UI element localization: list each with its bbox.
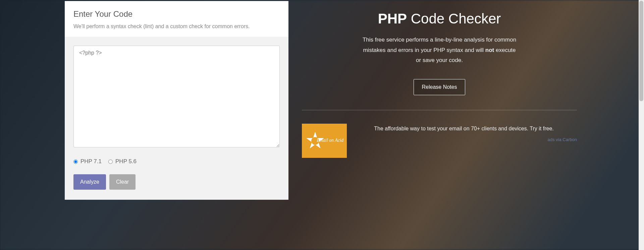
card-body: PHP 7.1 PHP 5.6 Analyze Clear [65, 37, 288, 200]
radio-php56-label: PHP 5.6 [115, 158, 137, 165]
ad-copy: The affordable way to test your email on… [351, 124, 577, 134]
scrollbar-thumb[interactable] [639, 1, 643, 101]
clear-button[interactable]: Clear [109, 174, 136, 190]
page-title: PHP Code Checker [302, 11, 577, 27]
scrollbar[interactable] [639, 0, 644, 250]
ad-copy-wrap: The affordable way to test your email on… [351, 124, 577, 142]
divider [302, 110, 577, 110]
desc-bold: not [485, 47, 494, 53]
card-subheading: We'll perform a syntax check (lint) and … [73, 23, 280, 29]
button-row: Analyze Clear [73, 174, 280, 190]
ad-brand: Email on Acid [317, 138, 343, 143]
radio-php56-input[interactable] [108, 160, 113, 164]
radio-php71[interactable]: PHP 7.1 [73, 158, 102, 165]
ad-image: Email on Acid [302, 124, 347, 158]
radio-php71-label: PHP 7.1 [80, 158, 102, 165]
card-header: Enter Your Code We'll perform a syntax c… [65, 1, 288, 37]
analyze-button[interactable]: Analyze [73, 174, 106, 190]
page-title-rest: Code Checker [407, 11, 501, 26]
ad-credit[interactable]: ads via Carbon [351, 137, 577, 142]
code-card: Enter Your Code We'll perform a syntax c… [65, 1, 288, 200]
php-version-group: PHP 7.1 PHP 5.6 [73, 158, 280, 165]
page-description: This free service performs a line-by-lin… [362, 35, 517, 66]
carbon-ad[interactable]: Email on Acid The affordable way to test… [302, 124, 577, 158]
page-title-bold: PHP [378, 11, 407, 26]
code-input[interactable] [73, 46, 280, 147]
card-heading: Enter Your Code [73, 9, 280, 19]
release-notes-button[interactable]: Release Notes [414, 79, 466, 95]
radio-php56[interactable]: PHP 5.6 [108, 158, 137, 165]
radio-php71-input[interactable] [73, 160, 78, 164]
